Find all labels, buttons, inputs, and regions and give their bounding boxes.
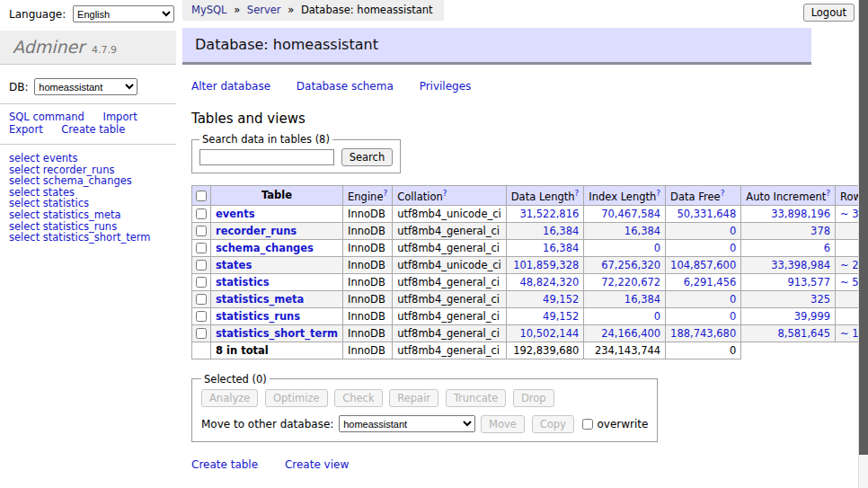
auto-increment-link[interactable]: 913,577 <box>787 276 830 288</box>
repair-button[interactable]: Repair <box>389 389 438 407</box>
data-free-link[interactable]: 188,743,680 <box>670 327 736 340</box>
data-free-link[interactable]: 0 <box>730 242 736 254</box>
move-button[interactable]: Move <box>481 415 525 433</box>
help-icon[interactable]: ? <box>826 189 830 198</box>
index-length-link[interactable]: 70,467,584 <box>601 208 660 220</box>
data-length-link[interactable]: 48,824,320 <box>519 276 579 288</box>
index-length-link[interactable]: 72,220,672 <box>601 276 660 288</box>
table-total-row: 8 in total InnoDB utf8mb4_general_ci 192… <box>192 342 868 359</box>
data-length-link[interactable]: 10,502,144 <box>519 327 579 340</box>
privileges-link[interactable]: Privileges <box>420 80 472 93</box>
data-free-link[interactable]: 0 <box>730 225 736 237</box>
sql-command-link[interactable]: SQL command <box>9 111 84 123</box>
table-row: statistics_runs InnoDB utf8mb4_general_c… <box>192 307 868 324</box>
table-link[interactable]: statistics_runs <box>216 310 300 323</box>
table-link[interactable]: schema_changes <box>216 242 314 254</box>
create-table-link-sidebar[interactable]: Create table <box>61 123 125 136</box>
optimize-button[interactable]: Optimize <box>265 389 328 407</box>
row-checkbox[interactable] <box>196 311 207 322</box>
index-length-link[interactable]: 0 <box>654 242 660 254</box>
index-length-link[interactable]: 67,256,320 <box>601 259 660 271</box>
data-free-link[interactable]: 104,857,600 <box>670 259 736 271</box>
row-checkbox[interactable] <box>196 226 207 236</box>
col-data-free: Data Free? <box>666 186 741 206</box>
help-icon[interactable]: ? <box>383 189 387 198</box>
sidebar-item-select-events[interactable]: select events <box>9 153 167 164</box>
drop-button[interactable]: Drop <box>513 389 554 407</box>
data-length-link[interactable]: 49,152 <box>543 310 579 323</box>
auto-increment-link[interactable]: 378 <box>810 225 830 237</box>
breadcrumb-mysql-link[interactable]: MySQL <box>191 4 227 16</box>
table-link[interactable]: statistics_short_term <box>216 327 338 340</box>
data-length-link[interactable]: 16,384 <box>543 242 579 254</box>
auto-increment-link[interactable]: 33,398,984 <box>771 259 830 271</box>
row-checkbox[interactable] <box>196 277 207 288</box>
database-schema-link[interactable]: Database schema <box>297 80 394 93</box>
help-icon[interactable]: ? <box>721 189 725 198</box>
help-icon[interactable]: ? <box>443 189 447 198</box>
sidebar-item-select-schema-changes[interactable]: select schema_changes <box>9 175 167 187</box>
create-view-link[interactable]: Create view <box>285 458 349 471</box>
breadcrumb-separator: » <box>234 4 240 16</box>
language-select[interactable]: English <box>73 5 174 22</box>
data-free-link[interactable]: 6,291,456 <box>684 276 737 288</box>
data-length-link[interactable]: 31,522,816 <box>519 208 579 220</box>
overwrite-checkbox[interactable] <box>582 419 593 430</box>
sidebar-item-select-statistics-short-term[interactable]: select statistics_short_term <box>9 232 167 244</box>
auto-increment-link[interactable]: 33,898,196 <box>771 208 830 220</box>
export-link[interactable]: Export <box>9 123 43 136</box>
row-checkbox[interactable] <box>196 294 207 305</box>
help-icon[interactable]: ? <box>575 189 580 198</box>
index-length-link[interactable]: 0 <box>654 310 660 323</box>
table-link[interactable]: states <box>216 259 252 271</box>
scrollbar-thumb[interactable] <box>859 0 868 455</box>
breadcrumb-separator: » <box>288 4 294 16</box>
create-table-link[interactable]: Create table <box>191 458 258 471</box>
table-row: recorder_runs InnoDB utf8mb4_general_ci … <box>192 222 868 239</box>
data-length-link[interactable]: 101,859,328 <box>513 259 579 271</box>
db-select[interactable]: homeassistant <box>34 78 137 95</box>
alter-database-link[interactable]: Alter database <box>191 80 270 93</box>
index-length-link[interactable]: 16,384 <box>624 225 660 237</box>
auto-increment-link[interactable]: 6 <box>824 242 830 254</box>
data-free-link[interactable]: 50,331,648 <box>677 208 736 220</box>
collation-cell: utf8mb4_unicode_ci <box>393 205 507 222</box>
truncate-button[interactable]: Truncate <box>446 389 507 407</box>
copy-button[interactable]: Copy <box>532 415 574 433</box>
table-row: states InnoDB utf8mb4_unicode_ci 101,859… <box>192 256 868 273</box>
page-title: Database: homeassistant <box>182 28 811 65</box>
row-checkbox[interactable] <box>196 260 207 271</box>
table-link[interactable]: events <box>216 208 255 220</box>
vertical-scrollbar[interactable] <box>858 0 868 488</box>
search-button[interactable]: Search <box>341 148 394 166</box>
table-row: schema_changes InnoDB utf8mb4_general_ci… <box>192 239 868 256</box>
help-icon[interactable]: ? <box>656 189 660 198</box>
move-database-select[interactable]: homeassistant <box>339 415 475 432</box>
table-link[interactable]: statistics_meta <box>216 293 304 306</box>
table-link[interactable]: statistics <box>216 276 270 288</box>
table-row: statistics InnoDB utf8mb4_general_ci 48,… <box>192 273 868 290</box>
index-length-link[interactable]: 16,384 <box>624 293 660 306</box>
data-free-link[interactable]: 0 <box>730 293 736 306</box>
table-link[interactable]: recorder_runs <box>216 225 297 237</box>
analyze-button[interactable]: Analyze <box>201 389 258 407</box>
auto-increment-link[interactable]: 325 <box>810 293 830 306</box>
check-button[interactable]: Check <box>334 389 382 407</box>
search-input[interactable] <box>199 149 334 165</box>
data-length-link[interactable]: 16,384 <box>543 225 579 237</box>
import-link[interactable]: Import <box>102 111 137 123</box>
row-checkbox[interactable] <box>196 209 207 219</box>
auto-increment-link[interactable]: 39,999 <box>794 310 830 323</box>
app-title: Adminer <box>13 37 84 57</box>
index-length-link[interactable]: 24,166,400 <box>601 327 660 340</box>
data-free-link[interactable]: 0 <box>730 310 736 323</box>
engine-cell: InnoDB <box>343 205 393 222</box>
auto-increment-link[interactable]: 8,581,645 <box>778 327 831 340</box>
row-checkbox[interactable] <box>196 243 207 253</box>
sidebar-item-select-statistics-meta[interactable]: select statistics_meta <box>9 209 167 221</box>
collation-cell: utf8mb4_general_ci <box>393 307 507 324</box>
select-all-checkbox[interactable] <box>196 191 207 201</box>
data-length-link[interactable]: 49,152 <box>543 293 579 306</box>
row-checkbox[interactable] <box>196 328 207 339</box>
breadcrumb-server-link[interactable]: Server <box>247 4 281 16</box>
